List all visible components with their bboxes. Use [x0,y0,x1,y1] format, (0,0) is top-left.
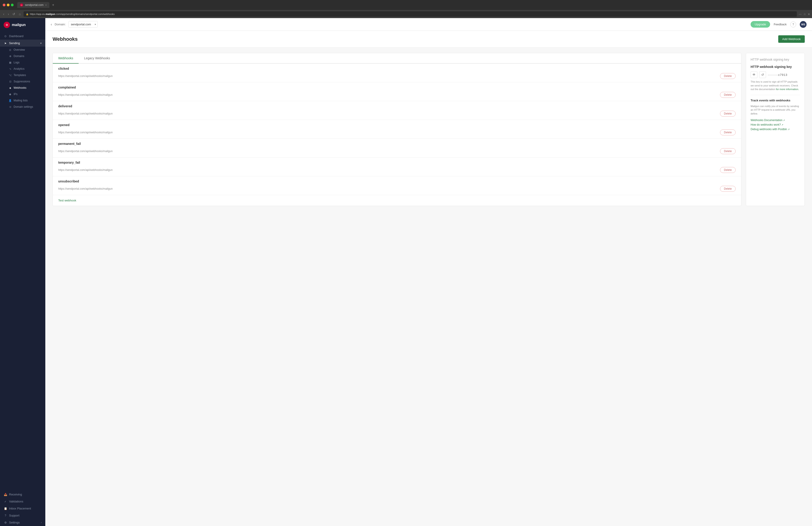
inbox-placement-icon: 📋 [4,507,7,510]
sidebar-item-inbox-placement[interactable]: 📋 Inbox Placement [0,505,45,512]
webhook-url-complained: https://sendportal.com/api/webhooks/mail… [58,93,716,96]
delete-opened-button[interactable]: Delete [720,130,736,135]
sidebar-item-sending[interactable]: ➤ Sending ∨ [0,40,45,47]
webhook-type-clicked: clicked [53,64,741,71]
sidebar-item-mailing-lists[interactable]: 👤 Mailing lists [0,97,45,104]
refresh-icon: ↺ [761,73,764,76]
sidebar-item-analytics[interactable]: ∿ Analytics [0,66,45,72]
content-header: Webhooks Add Webhook [45,31,812,47]
sidebar-item-suppressions[interactable]: ⊡ Suppressions [0,78,45,85]
panel-signing-key-title: HTTP webhook signing key [751,65,800,69]
sidebar-sub-label: Templates [14,74,26,77]
sidebar-item-validations[interactable]: ✓ Validations [0,498,45,505]
sidebar-item-domain-settings[interactable]: ⊙ Domain settings [0,104,45,110]
sidebar-item-webhooks[interactable]: ◈ Webhooks [0,85,45,91]
avatar[interactable]: WS [800,21,807,28]
delete-temporary-fail-button[interactable]: Delete [720,167,736,173]
reload-button[interactable]: ↺ [12,11,16,17]
security-lock-icon: 🔒 [26,13,29,15]
sidebar-toggle-button[interactable]: ‹ [51,22,52,27]
settings-chevron-icon: › [41,521,42,524]
sidebar-sub-label: Domain settings [14,105,33,108]
tab-legacy-webhooks[interactable]: Legacy Webhooks [78,53,116,64]
sidebar-item-support[interactable]: ? Support [0,512,45,519]
sidebar-sub-label: Webhooks [14,86,26,89]
webhook-row-clicked: https://sendportal.com/api/webhooks/mail… [53,71,741,82]
domains-icon: ⊕ [9,55,12,58]
sidebar-item-ips[interactable]: ◉ IPs [0,91,45,97]
domain-selector[interactable]: sendportal.com ▾ [69,21,98,28]
sidebar-item-settings[interactable]: ⚙ Settings › [0,519,45,526]
track-events-title: Track events with webhooks [751,99,800,102]
forward-button[interactable]: › [7,11,10,17]
sidebar-item-receiving[interactable]: 📥 Receiving [0,491,45,498]
debug-webhooks-link[interactable]: Debug webhooks with Postbin [751,127,800,131]
help-button[interactable]: ? [790,21,796,27]
address-bar[interactable]: 🔒 https://app.eu.mailgun.com/app/sending… [24,11,797,17]
sidebar-item-logs[interactable]: ▦ Logs [0,59,45,66]
refresh-key-button[interactable]: ↺ [759,71,766,78]
webhook-url-unsubscribed: https://sendportal.com/api/webhooks/mail… [58,187,716,190]
delete-complained-button[interactable]: Delete [720,92,736,98]
new-tab-button[interactable]: + [52,3,54,7]
bookmark-icon[interactable]: ☆ [803,13,806,16]
sidebar-item-templates[interactable]: ⌥ Templates [0,72,45,78]
logo-text: mailgun [12,23,26,27]
logs-icon: ▦ [9,61,12,64]
more-icon[interactable]: ≡ [808,13,810,16]
domain-select-input[interactable]: sendportal.com [69,21,98,28]
address-bar-row: ‹ › ↺ ⌂ 🔒 https://app.eu.mailgun.com/app… [0,10,812,18]
delete-unsubscribed-button[interactable]: Delete [720,186,736,192]
extensions-icon[interactable]: ⋯ [799,13,801,16]
support-icon: ? [4,514,7,517]
back-button[interactable]: ‹ [2,11,5,17]
sidebar-item-domains[interactable]: ⊕ Domains [0,53,45,59]
webhook-type-opened: opened [53,120,741,127]
webhooks-documentation-link[interactable]: Webhooks Documentation [751,119,800,122]
validations-icon: ✓ [4,500,7,503]
domain-label: Domain: [55,22,66,26]
ips-icon: ◉ [9,93,12,96]
sidebar-item-label: Validations [9,500,23,503]
fullscreen-traffic-light[interactable] [11,4,14,6]
sidebar-item-dashboard[interactable]: ⊙ Dashboard [0,33,45,40]
top-bar-actions: Upgrade Feedback ? WS [751,21,807,28]
sidebar-item-label: Support [9,514,19,517]
suppressions-icon: ⊡ [9,80,12,83]
close-traffic-light[interactable] [3,4,5,6]
webhook-section-opened: opened https://sendportal.com/api/webhoo… [53,120,741,139]
tab-webhooks[interactable]: Webhooks [53,53,78,64]
webhooks-icon: ◈ [9,87,12,89]
track-events-description: Mailgun can notify you of events by send… [751,104,800,116]
sidebar-logo: ⊙ mailgun [0,18,45,32]
right-panel: HTTP webhook signing key HTTP webhook si… [746,53,805,206]
add-webhook-button[interactable]: Add Webhook [778,35,805,43]
home-button[interactable]: ⌂ [18,11,21,17]
signing-key-description: This key is used to sign all HTTP payloa… [751,80,800,91]
app-container: ⊙ mailgun ⊙ Dashboard ➤ Sending ∨ ◎ Over… [0,18,812,526]
webhook-section-clicked: clicked https://sendportal.com/api/webho… [53,64,741,82]
toggle-key-visibility-button[interactable]: 👁 [751,71,757,78]
delete-clicked-button[interactable]: Delete [720,73,736,79]
delete-delivered-button[interactable]: Delete [720,111,736,117]
feedback-button[interactable]: Feedback [774,22,787,26]
webhook-section-temporary-fail: temporary_fail https://sendportal.com/ap… [53,157,741,176]
main-wrapper: ‹ Domain: sendportal.com ▾ Upgrade Feedb… [45,18,812,526]
chevron-down-icon: ∨ [40,42,42,44]
browser-tab[interactable]: m sendportal.com × [17,2,49,8]
sidebar-item-overview[interactable]: ◎ Overview [0,47,45,53]
panel-divider [751,95,800,95]
upgrade-button[interactable]: Upgrade [751,21,770,28]
sidebar-main-section: ⊙ Dashboard ➤ Sending ∨ ◎ Overview ⊕ Dom… [0,32,45,111]
delete-permanent-fail-button[interactable]: Delete [720,148,736,154]
test-webhook-label: Test webhook [58,199,76,202]
documentation-link[interactable]: for more information. [776,88,799,91]
webhook-section-permanent-fail: permanent_fail https://sendportal.com/ap… [53,139,741,157]
traffic-lights [3,4,14,6]
tab-close-icon[interactable]: × [45,4,47,6]
how-webhooks-link[interactable]: How do webhooks work? [751,123,800,126]
webhook-type-delivered: delivered [53,101,741,109]
sidebar: ⊙ mailgun ⊙ Dashboard ➤ Sending ∨ ◎ Over… [0,18,45,526]
minimize-traffic-light[interactable] [7,4,10,6]
sidebar-sub-label: IPs [14,93,17,96]
